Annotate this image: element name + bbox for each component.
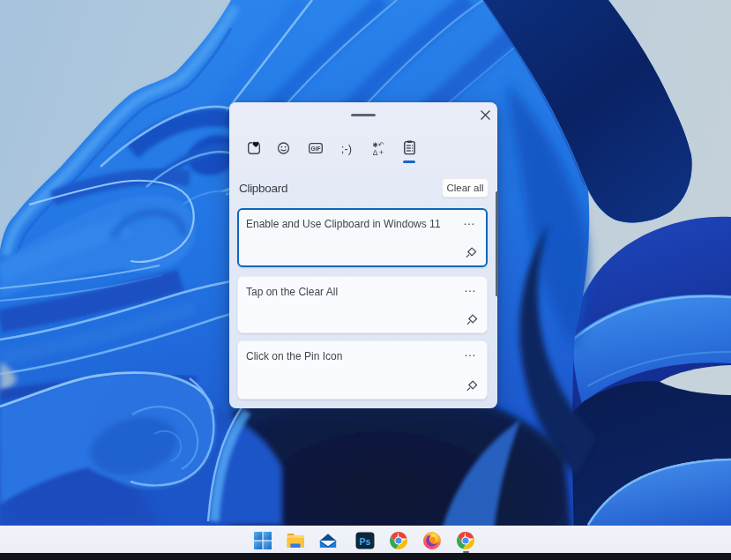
svg-text:GIF: GIF [311,146,321,152]
svg-text:;-): ;-) [341,142,352,155]
svg-text:+: + [379,147,384,157]
svg-text:Δ: Δ [373,148,378,157]
svg-text:Ps: Ps [360,536,371,547]
